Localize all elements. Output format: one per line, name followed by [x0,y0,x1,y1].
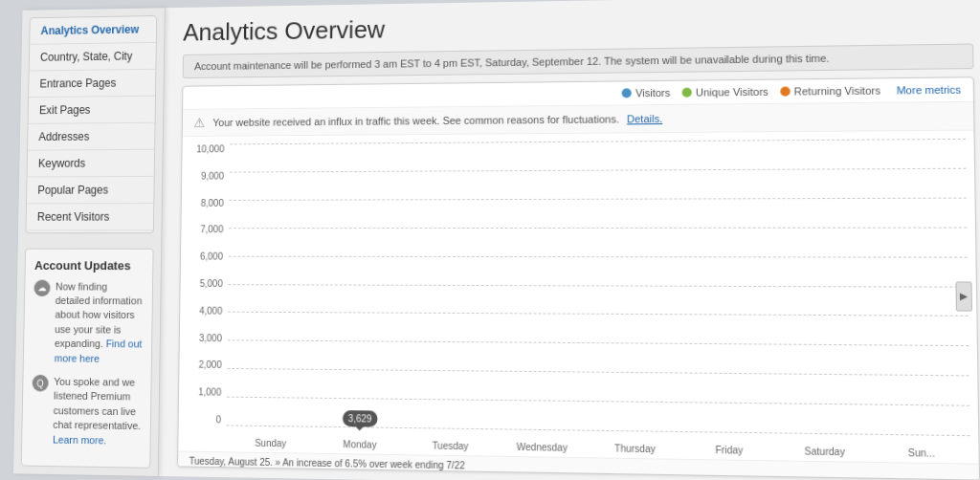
tooltip-bubble: 3,629 [343,410,378,427]
y-axis-label: 2,000 [187,360,222,370]
x-axis-label: Tuesday [405,440,496,452]
details-link[interactable]: Details. [627,113,662,124]
chat-icon: Q [33,375,49,392]
visitors-dot [622,88,632,98]
page-wrapper: Analytics OverviewCountry, State, CityEn… [13,0,980,480]
legend-visitors: Visitors [622,87,671,99]
legend-returning: Returning Visitors [780,84,880,97]
account-update-text-2: You spoke and we listened Premium custom… [53,375,142,448]
bars-area: 3,629 [227,139,970,435]
alert-text: Your website received an influx in traff… [212,113,619,128]
y-axis-label: 3,000 [187,333,222,343]
chart-container: 10,0009,0008,0007,0006,0005,0004,0003,00… [178,131,978,464]
y-axis-label: 10,000 [189,143,224,154]
legend: Visitors Unique Visitors Returning Visit… [622,84,880,98]
account-update-item-1: ☁ Now finding detailed information about… [33,279,144,366]
learn-more-link[interactable]: Learn more. [53,433,106,446]
x-axis-label: Monday [315,439,405,450]
y-axis-label: 7,000 [189,225,223,235]
x-axis-label: Friday [681,444,776,456]
sidebar-nav-item[interactable]: Search Engines [26,230,153,233]
unique-dot [682,88,692,98]
sidebar-nav-item[interactable]: Addresses [28,123,155,151]
chart-area: Visitors Unique Visitors Returning Visit… [177,76,980,480]
warning-icon: ⚠ [193,115,206,130]
sidebar-nav-item[interactable]: Recent Visitors [26,204,153,230]
scroll-right-button[interactable]: ▶ [955,281,972,311]
main-content: Analytics Overview Account maintenance w… [159,0,980,480]
y-axis-label: 5,000 [188,278,223,289]
y-axis-label: 6,000 [189,251,224,262]
cloud-icon: ☁ [33,279,50,296]
account-updates-panel: Account Updates ☁ Now finding detailed i… [21,248,154,468]
legend-unique: Unique Visitors [682,86,768,98]
sidebar-nav-item[interactable]: Keywords [28,150,155,178]
more-metrics-link[interactable]: More metrics [897,84,961,97]
x-axis-label: Thursday [589,443,682,455]
x-axis-label: Sun... [873,447,970,459]
y-axis-label: 4,000 [188,305,223,316]
y-axis: 10,0009,0008,0007,0006,0005,0004,0003,00… [178,137,230,452]
sidebar-nav: Analytics OverviewCountry, State, CityEn… [25,15,157,233]
x-axis-label: Sunday [226,437,315,448]
x-axis-label: Saturday [777,446,874,458]
sidebar-nav-item[interactable]: Entrance Pages [29,70,155,98]
account-updates-title: Account Updates [34,258,144,273]
y-axis-label: 9,000 [189,170,224,181]
y-axis-label: 1,000 [187,386,222,397]
sidebar: Analytics OverviewCountry, State, CityEn… [13,8,166,476]
x-axis-label: Wednesday [496,442,588,454]
sidebar-nav-item[interactable]: Popular Pages [27,177,154,205]
find-out-more-link[interactable]: Find out more here [55,338,143,364]
y-axis-label: 0 [186,414,221,425]
returning-dot [780,87,790,97]
account-update-text-1: Now finding detailed information about h… [55,279,144,366]
y-axis-label: 8,000 [189,198,223,208]
sidebar-nav-item[interactable]: Analytics Overview [30,16,156,45]
account-update-item-2: Q You spoke and we listened Premium cust… [31,375,142,448]
chart-plot: 3,629 SundayMondayTuesdayWednesdayThursd… [226,131,978,464]
sidebar-nav-item[interactable]: Exit Pages [29,97,155,124]
sidebar-nav-item[interactable]: Country, State, City [30,43,156,72]
